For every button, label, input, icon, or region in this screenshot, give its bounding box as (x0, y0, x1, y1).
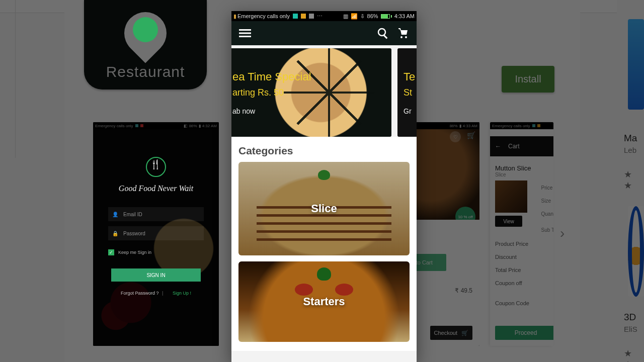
svg-rect-2 (239, 36, 251, 37)
indicator-icon (301, 14, 306, 19)
svg-point-5 (400, 36, 403, 38)
category-starters[interactable]: Starters (238, 261, 410, 342)
search-icon[interactable] (376, 27, 389, 40)
category-slice[interactable]: Slice (238, 162, 410, 255)
checkbox-icon: ✓ (108, 249, 114, 255)
download-icon: ⇩ (360, 13, 365, 20)
keep-signed-in[interactable]: ✓ Keep me Sign in (108, 249, 151, 255)
person-icon: 👤 (112, 212, 118, 217)
keep-label: Keep me Sign in (118, 250, 151, 255)
svg-rect-1 (239, 33, 251, 34)
promo-title: Te (404, 70, 417, 83)
more-icon: ⋯ (317, 13, 323, 20)
clock: 4:33 AM (394, 13, 415, 19)
auth-links: Forgot Password ? | Sign Up ! (121, 291, 191, 296)
vibrate-icon: ▥ (343, 13, 348, 20)
menu-icon[interactable] (238, 27, 252, 40)
garnish-icon (317, 267, 331, 281)
battery-pct: 86% (367, 13, 378, 19)
status-bar: ▮ Emergency calls only ⋯ ▥ 📶 ⇩ 86% 4:33 … (231, 11, 417, 21)
garnish-icon (335, 284, 353, 296)
svg-point-6 (405, 36, 407, 38)
battery-icon (381, 14, 392, 19)
status-left: Emergency calls only (237, 13, 290, 19)
password-placeholder: Password (123, 231, 145, 236)
section-title: Categories (231, 137, 417, 162)
email-placeholder: Email ID (123, 212, 142, 217)
cart-icon[interactable] (396, 27, 410, 40)
email-field[interactable]: 👤 Email ID (108, 207, 204, 221)
indicator-icon (309, 14, 314, 19)
category-label: Slice (311, 202, 337, 215)
forgot-link[interactable]: Forgot Password ? (121, 291, 159, 296)
tagline: Good Food Never Wait (119, 184, 193, 193)
garnish-icon (318, 170, 330, 180)
svg-point-3 (378, 29, 385, 36)
promo-cta: Gr (404, 107, 417, 115)
category-list: Slice Starters (231, 162, 417, 351)
promo-card[interactable]: Te St Gr (397, 48, 417, 137)
garnish-icon (295, 284, 313, 296)
category-label: Starters (303, 295, 345, 308)
lock-icon: 🔒 (112, 231, 118, 236)
promo-carousel[interactable]: ea Time Special arting Rs. 50 ab now Te … (231, 45, 417, 137)
signup-link[interactable]: Sign Up ! (173, 291, 191, 296)
promo-subtitle: St (404, 87, 417, 98)
password-field[interactable]: 🔒 Password (108, 226, 204, 240)
plate-fork-icon (146, 157, 166, 177)
promo-subtitle: arting Rs. 50 (232, 87, 391, 98)
app-bar (231, 21, 417, 45)
screenshot-lightbox: ▮ Emergency calls only ⋯ ▥ 📶 ⇩ 86% 4:33 … (231, 11, 417, 362)
svg-rect-4 (383, 35, 387, 39)
sim-icon: ▮ (233, 13, 236, 20)
promo-card[interactable]: ea Time Special arting Rs. 50 ab now (231, 48, 391, 137)
promo-title: ea Time Special (232, 70, 391, 83)
promo-cta: ab now (232, 107, 391, 115)
signin-button[interactable]: SIGN IN (111, 268, 201, 282)
indicator-icon (293, 14, 298, 19)
svg-rect-0 (239, 29, 251, 31)
wifi-icon: 📶 (351, 13, 358, 20)
